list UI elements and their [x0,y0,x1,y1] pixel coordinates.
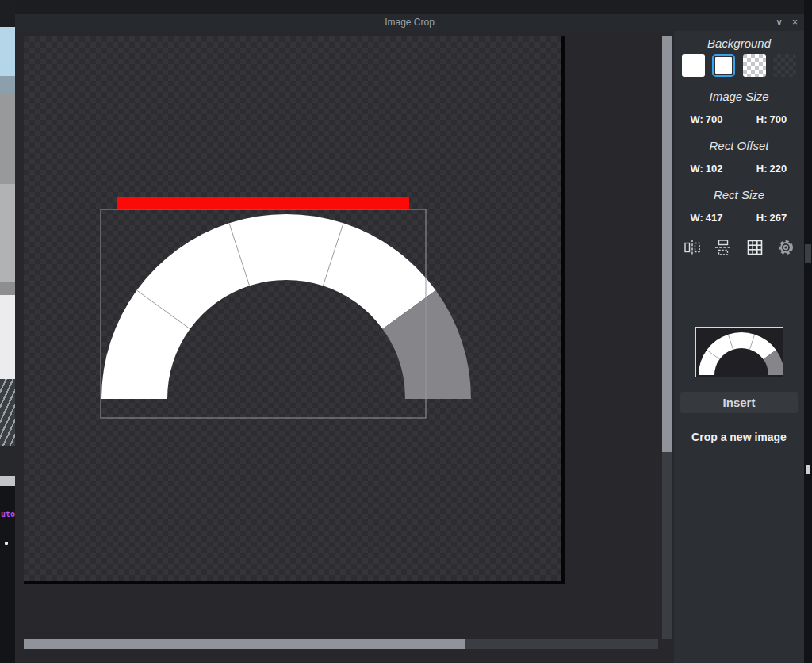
background-option-transparent-light[interactable] [743,54,766,77]
grid-icon [745,238,764,257]
gear-icon [776,238,795,257]
desktop-edge-strip [804,0,812,663]
width-value: 417 [706,212,723,224]
height-label: H: [756,163,768,174]
background-app-dot [5,542,8,545]
background-option-transparent-dark[interactable] [773,54,796,77]
height-value: 700 [770,113,787,125]
app-strip-segment [0,295,15,379]
rect-offset-heading: Rect Offset [674,139,804,153]
background-options-row [674,54,804,77]
height-value: 267 [770,212,787,224]
app-strip-segment [0,379,15,446]
horizontal-scrollbar[interactable] [24,639,658,649]
rect-size-heading: Rect Size [674,188,804,202]
rect-offset-width: W:102 [674,163,739,175]
app-strip-segment [0,27,15,76]
image-size-heading: Image Size [674,90,804,104]
height-label: H: [756,113,768,125]
vertical-scrollbar[interactable] [662,36,672,639]
app-strip-segment [0,446,15,476]
edge-mark [806,465,810,474]
insert-button[interactable]: Insert [680,392,798,413]
window-controls: ∨ × [776,14,798,31]
settings-button[interactable] [776,237,796,258]
horizontal-scrollbar-thumb[interactable] [24,639,465,649]
app-strip-segment [0,184,15,282]
flip-horizontal-button[interactable] [682,237,703,258]
rect-size-width: W:417 [674,212,739,224]
flip-horizontal-icon [683,238,702,257]
background-app-code-text: uto [1,510,15,519]
image-size-height: H:700 [739,113,804,126]
app-strip-segment [0,93,15,184]
app-strip-segment [0,476,15,486]
dialog-titlebar[interactable]: Image Crop ∨ × [15,14,804,31]
crop-new-image-button[interactable]: Crop a new image [674,431,804,443]
height-label: H: [756,212,768,224]
grid-button[interactable] [745,237,765,258]
app-strip-segment [0,0,15,27]
gauge-image [24,36,565,584]
background-heading: Background [674,36,804,51]
side-panel: Background Image Size W:700 H:700 Rect O… [674,31,804,663]
dialog-title: Image Crop [15,14,804,31]
width-label: W: [690,212,703,224]
image-size-values: W:700 H:700 [674,113,804,126]
rect-offset-values: W:102 H:220 [674,163,804,175]
background-app-strip: uto [0,0,15,663]
width-value: 700 [706,113,723,125]
tools-row [674,237,804,258]
crop-preview-image [696,328,783,377]
rect-offset-height: H:220 [739,163,804,175]
app-strip-segment [0,76,15,93]
width-label: W: [690,163,703,174]
app-strip-segment: uto [0,486,15,663]
background-option-white-selected[interactable] [712,54,735,77]
rect-size-height: H:267 [739,212,804,224]
flip-vertical-button[interactable] [713,237,733,258]
red-bar [117,197,409,209]
width-label: W: [690,113,703,125]
flip-vertical-icon [714,238,733,257]
rect-size-values: W:417 H:267 [674,212,804,224]
crop-canvas[interactable] [24,36,565,584]
dialog-body: Background Image Size W:700 H:700 Rect O… [15,31,804,663]
gauge-arc [102,214,436,399]
crop-preview [695,327,783,377]
app-strip-segment [0,282,15,295]
height-value: 220 [770,163,787,174]
width-value: 102 [706,163,723,174]
vertical-scrollbar-thumb[interactable] [662,36,672,452]
image-crop-dialog: Image Crop ∨ × [15,14,804,663]
close-icon[interactable]: × [792,14,798,31]
background-option-white[interactable] [682,54,705,77]
edge-scrollbar-fragment [805,244,811,263]
collapse-icon[interactable]: ∨ [776,14,783,31]
preview-gauge-arc [699,332,776,375]
image-size-width: W:700 [674,113,739,126]
